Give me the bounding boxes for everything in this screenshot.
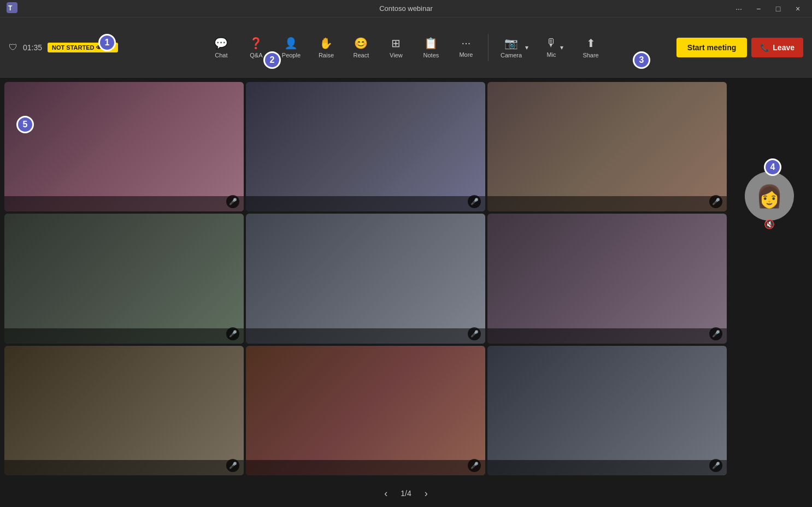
react-label: React — [354, 52, 369, 58]
shield-icon: 🛡 — [9, 43, 17, 52]
qa-label: Q&A — [250, 52, 262, 58]
toolbar: 1 🛡 01:35 NOT STARTED 👁 0 0 2 💬 Chat ❓ Q… — [0, 17, 812, 78]
svg-text:T: T — [8, 4, 13, 12]
prev-page-button[interactable]: ‹ — [380, 486, 392, 502]
view-label: View — [390, 52, 403, 58]
window-title: Contoso webinar — [379, 4, 433, 13]
side-avatar-container: 👩 🔇 — [733, 172, 805, 221]
title-bar-controls: ··· − □ × — [731, 1, 805, 16]
video-cell-5[interactable]: 🎤 — [246, 214, 485, 343]
muted-icon: 🔇 — [764, 219, 775, 229]
title-bar: T Contoso webinar ··· − □ × — [0, 0, 812, 17]
pagination-text: 1/4 — [401, 489, 411, 498]
avatar-icon: 👩 — [756, 184, 783, 209]
mic-indicator-9: 🎤 — [709, 459, 722, 472]
leave-button[interactable]: 📞 Leave — [751, 38, 803, 57]
name-bar-4 — [4, 328, 244, 344]
start-meeting-button[interactable]: Start meeting — [676, 38, 747, 57]
react-icon: 😊 — [354, 37, 368, 50]
name-bar-8 — [246, 460, 485, 475]
people-button[interactable]: 👤 People — [275, 32, 308, 63]
notes-button[interactable]: 📋 Notes — [415, 32, 448, 63]
side-panel: 4 👩 🔇 — [731, 82, 808, 475]
name-bar-5 — [246, 328, 485, 344]
chat-icon: 💬 — [214, 37, 228, 50]
teams-logo: T — [7, 2, 17, 15]
more-label: More — [459, 51, 473, 58]
footer: ‹ 1/4 › — [0, 480, 812, 507]
video-cell-4[interactable]: 🎤 — [4, 214, 244, 343]
more-button[interactable]: ··· More — [450, 32, 483, 62]
video-cell-9[interactable]: 🎤 — [487, 346, 727, 475]
mic-indicator-6: 🎤 — [709, 327, 722, 340]
mic-indicator-7: 🎤 — [226, 459, 239, 472]
mic-indicator-8: 🎤 — [468, 459, 481, 472]
side-avatar[interactable]: 👩 — [745, 172, 794, 221]
raise-button[interactable]: ✋ Raise — [310, 32, 343, 63]
more-icon: ··· — [462, 37, 471, 49]
camera-icon: 📷 — [504, 37, 518, 50]
qa-icon: ❓ — [249, 37, 263, 50]
video-cell-2[interactable]: 🎤 — [246, 82, 485, 211]
mic-label: Mic — [547, 51, 556, 58]
name-bar-7 — [4, 460, 244, 475]
mic-indicator-5: 🎤 — [468, 327, 481, 340]
mic-icon: 🎙 — [546, 37, 557, 49]
mic-button[interactable]: 🎙 Mic ▾ — [539, 32, 572, 62]
maximize-button[interactable]: □ — [770, 1, 786, 16]
close-button[interactable]: × — [790, 1, 805, 16]
name-bar-2 — [246, 196, 485, 211]
next-page-button[interactable]: › — [420, 486, 432, 502]
video-cell-1[interactable]: 🎤 — [4, 82, 244, 211]
name-bar-3 — [487, 196, 727, 211]
people-icon: 👤 — [284, 37, 298, 50]
video-cell-6[interactable]: 🎤 — [487, 214, 727, 343]
toolbar-left: 🛡 01:35 NOT STARTED 👁 0 0 — [9, 43, 173, 52]
leave-label: Leave — [773, 43, 795, 52]
camera-label: Camera — [501, 52, 522, 58]
view-icon: ⊞ — [391, 37, 401, 50]
notes-icon: 📋 — [424, 37, 438, 50]
share-label: Share — [582, 52, 598, 58]
toolbar-center: 💬 Chat ❓ Q&A 👤 People ✋ Raise 😊 React ⊞ … — [173, 32, 639, 63]
name-bar-1 — [4, 196, 244, 211]
main-content: 5 🎤 🎤 🎤 🎤 — [0, 78, 812, 480]
share-button[interactable]: ⬆ Share — [574, 32, 607, 63]
raise-label: Raise — [319, 52, 334, 58]
react-button[interactable]: 😊 React — [345, 32, 378, 63]
raise-icon: ✋ — [319, 37, 333, 50]
meeting-timer: 01:35 — [23, 43, 42, 52]
notes-label: Notes — [423, 52, 439, 58]
minimize-button[interactable]: − — [751, 1, 766, 16]
status-badge-text: NOT STARTED — [52, 44, 94, 51]
camera-chevron[interactable]: ▾ — [523, 42, 531, 54]
people-label: People — [282, 52, 301, 58]
leave-phone-icon: 📞 — [760, 43, 769, 52]
more-options-button[interactable]: ··· — [731, 1, 746, 16]
name-bar-6 — [487, 328, 727, 344]
share-icon: ⬆ — [586, 37, 596, 50]
camera-button[interactable]: 📷 Camera ▾ — [494, 32, 537, 63]
chat-label: Chat — [215, 52, 227, 58]
toolbar-right: Start meeting 📞 Leave — [639, 38, 803, 57]
eye-icon: 👁 — [96, 44, 102, 51]
title-bar-left: T — [7, 2, 17, 15]
view-button[interactable]: ⊞ View — [380, 32, 413, 63]
chat-button[interactable]: 💬 Chat — [205, 32, 238, 63]
video-cell-3[interactable]: 🎤 — [487, 82, 727, 211]
video-cell-8[interactable]: 🎤 — [246, 346, 485, 475]
view-count: 0 — [104, 44, 108, 51]
status-badge: NOT STARTED 👁 0 0 — [48, 43, 118, 52]
mic-indicator-4: 🎤 — [226, 327, 239, 340]
toolbar-divider — [488, 34, 489, 61]
view-count-2: 0 — [110, 44, 114, 51]
qa-button[interactable]: ❓ Q&A — [240, 32, 273, 63]
video-grid: 🎤 🎤 🎤 🎤 🎤 — [4, 82, 727, 475]
mic-chevron[interactable]: ▾ — [558, 42, 566, 54]
video-cell-7[interactable]: 🎤 — [4, 346, 244, 475]
name-bar-9 — [487, 460, 727, 475]
